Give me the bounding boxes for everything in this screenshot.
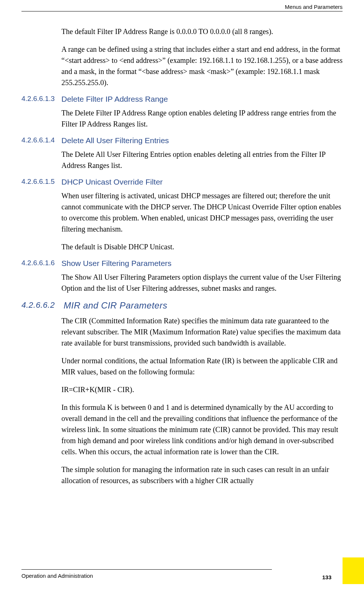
body-paragraph: The Show All User Filtering Parameters o…	[61, 272, 343, 294]
header-rule	[21, 11, 343, 11]
page-edge-tab	[343, 557, 364, 584]
section-title: Show User Filtering Parameters	[61, 259, 172, 268]
footer-chapter-label: Operation and Administration	[21, 573, 343, 579]
section-heading-major: 4.2.6.6.2 MIR and CIR Parameters	[21, 300, 343, 311]
section-heading: 4.2.6.6.1.6 Show User Filtering Paramete…	[21, 259, 343, 268]
body-paragraph: When user filtering is activated, unicas…	[61, 190, 343, 235]
body-paragraph: The default Filter IP Address Range is 0…	[61, 26, 343, 37]
body-paragraph: Under normal conditions, the actual Info…	[61, 355, 343, 377]
section-number: 4.2.6.6.1.5	[21, 178, 61, 186]
section-heading: 4.2.6.6.1.3 Delete Filter IP Address Ran…	[21, 95, 343, 104]
body-paragraph: The Delete Filter IP Address Range optio…	[61, 107, 343, 129]
body-paragraph: A range can be defined using a string th…	[61, 44, 343, 88]
body-paragraph: The default is Disable DHCP Unicast.	[61, 241, 343, 252]
header-section-label: Menus and Parameters	[285, 4, 343, 10]
section-title: Delete All User Filtering Entries	[61, 136, 169, 145]
page-footer: Operation and Administration 133	[21, 569, 343, 579]
section-number: 4.2.6.6.1.3	[21, 95, 61, 104]
section-heading: 4.2.6.6.1.5 DHCP Unicast Override Filter	[21, 178, 343, 186]
page-content: The default Filter IP Address Range is 0…	[21, 26, 343, 493]
body-paragraph: In this formula K is between 0 and 1 and…	[61, 402, 343, 457]
section-heading: 4.2.6.6.1.4 Delete All User Filtering En…	[21, 136, 343, 145]
section-title: Delete Filter IP Address Range	[61, 95, 168, 104]
footer-rule	[21, 569, 272, 570]
body-paragraph: The CIR (Committed Information Rate) spe…	[61, 315, 343, 348]
section-title: MIR and CIR Parameters	[64, 300, 167, 311]
body-paragraph: The simple solution for managing the inf…	[61, 464, 343, 486]
page-number: 133	[322, 574, 331, 580]
section-title: DHCP Unicast Override Filter	[61, 178, 163, 186]
section-number: 4.2.6.6.1.4	[21, 136, 61, 145]
body-paragraph: IR=CIR+K(MIR - CIR).	[61, 384, 343, 395]
section-number: 4.2.6.6.1.6	[21, 259, 61, 268]
body-paragraph: The Delete All User Filtering Entries op…	[61, 149, 343, 171]
section-number: 4.2.6.6.2	[21, 300, 64, 311]
